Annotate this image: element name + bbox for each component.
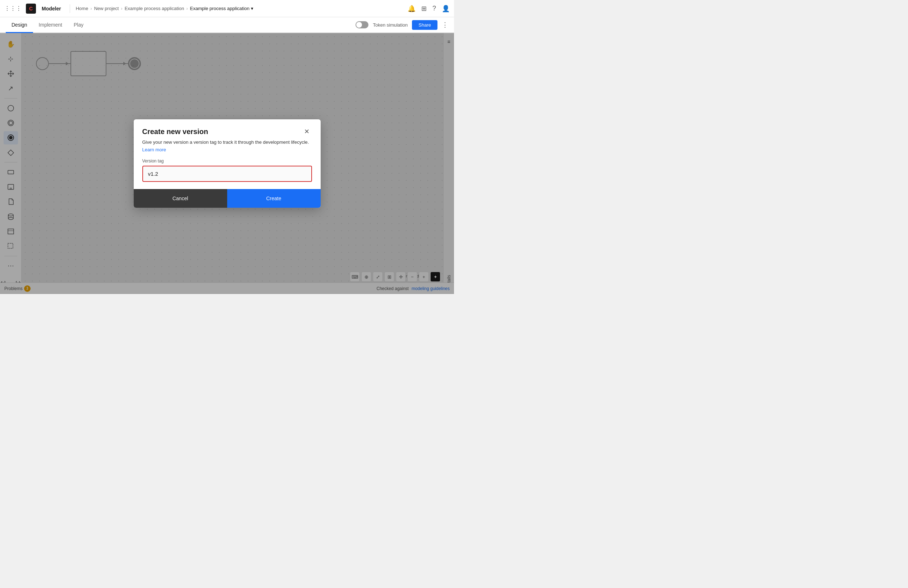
token-simulation-label: Token simulation: [373, 22, 407, 28]
tab-design[interactable]: Design: [6, 17, 33, 33]
app-logo[interactable]: C: [26, 3, 36, 14]
grid-icon: ⋮⋮⋮: [4, 5, 22, 12]
tab-play[interactable]: Play: [68, 17, 89, 33]
top-nav: ⋮⋮⋮ C Modeler Home › New project › Examp…: [0, 0, 454, 17]
chevron-down-icon: ▾: [251, 6, 253, 11]
modal-header: Create new version ✕: [134, 119, 320, 139]
modal-title: Create new version: [142, 127, 208, 136]
main-area: ✋ ⊹ ↗: [0, 33, 454, 294]
breadcrumb-sep3: ›: [186, 6, 188, 11]
version-tag-field-group: Version tag: [142, 158, 312, 182]
app-name: Modeler: [42, 6, 61, 11]
share-button[interactable]: Share: [412, 20, 438, 30]
modal-footer: Cancel Create: [134, 189, 320, 208]
breadcrumb-project[interactable]: New project: [94, 6, 119, 11]
modal-body: Give your new version a version tag to t…: [134, 139, 320, 189]
breadcrumb-app[interactable]: Example process application: [125, 6, 184, 11]
grid-view-icon[interactable]: ⊞: [421, 5, 427, 13]
token-simulation-toggle[interactable]: [356, 21, 369, 28]
breadcrumb-sep1: ›: [90, 6, 92, 11]
create-version-modal: Create new version ✕ Give your new versi…: [134, 119, 320, 208]
help-icon[interactable]: ?: [432, 5, 436, 12]
toggle-knob: [356, 22, 362, 28]
breadcrumb-sep2: ›: [121, 6, 122, 11]
tab-right-controls: Token simulation Share ⋮: [356, 20, 448, 30]
create-button[interactable]: Create: [227, 189, 320, 208]
breadcrumb: Home › New project › Example process app…: [76, 6, 253, 11]
more-options-icon[interactable]: ⋮: [442, 21, 448, 29]
breadcrumb-current: Example process application ▾: [190, 6, 253, 11]
nav-right: 🔔 ⊞ ? 👤: [407, 5, 450, 13]
nav-divider: [70, 4, 70, 13]
learn-more-link[interactable]: Learn more: [142, 147, 166, 152]
tab-bar: Design Implement Play Token simulation S…: [0, 17, 454, 33]
cancel-button[interactable]: Cancel: [134, 189, 227, 208]
modal-close-button[interactable]: ✕: [302, 127, 312, 137]
tab-implement[interactable]: Implement: [33, 17, 68, 33]
modal-description: Give your new version a version tag to t…: [142, 139, 312, 145]
version-tag-input-wrap: [142, 166, 312, 182]
version-tag-label: Version tag: [142, 158, 312, 164]
version-tag-input[interactable]: [144, 167, 311, 180]
modal-overlay: Create new version ✕ Give your new versi…: [0, 33, 454, 294]
user-avatar[interactable]: 👤: [442, 5, 450, 13]
notification-icon[interactable]: 🔔: [407, 5, 415, 13]
breadcrumb-home[interactable]: Home: [76, 6, 89, 11]
